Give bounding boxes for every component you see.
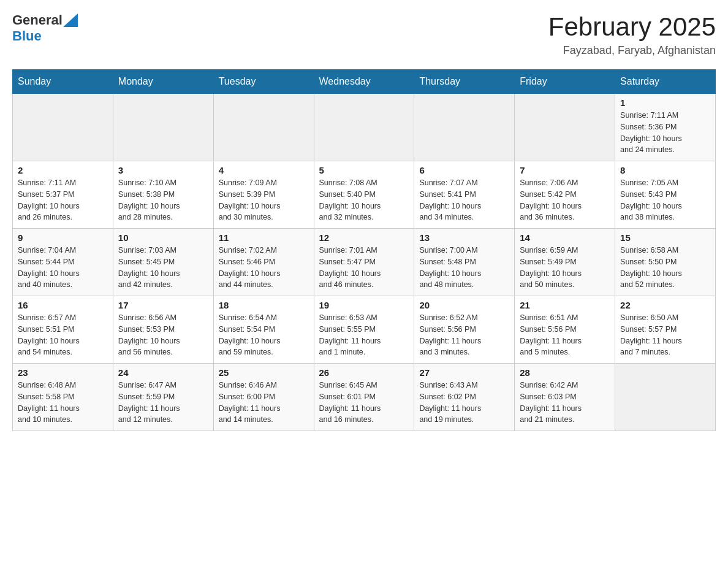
weekday-header-friday: Friday: [515, 70, 615, 94]
calendar-cell: 13Sunrise: 7:00 AMSunset: 5:48 PMDayligh…: [414, 229, 515, 296]
day-info: Sunrise: 6:43 AMSunset: 6:02 PMDaylight:…: [419, 380, 509, 426]
calendar-cell: 7Sunrise: 7:06 AMSunset: 5:42 PMDaylight…: [515, 161, 615, 229]
day-number: 19: [319, 300, 409, 310]
day-info: Sunrise: 7:01 AMSunset: 5:47 PMDaylight:…: [319, 245, 409, 291]
calendar-cell: 24Sunrise: 6:47 AMSunset: 5:59 PMDayligh…: [113, 364, 213, 431]
day-number: 14: [520, 232, 610, 243]
day-number: 2: [18, 165, 108, 175]
day-info: Sunrise: 7:11 AMSunset: 5:37 PMDaylight:…: [18, 177, 108, 223]
calendar-cell: 11Sunrise: 7:02 AMSunset: 5:46 PMDayligh…: [213, 229, 314, 296]
calendar-week-row: 2Sunrise: 7:11 AMSunset: 5:37 PMDaylight…: [13, 161, 716, 229]
day-info: Sunrise: 7:00 AMSunset: 5:48 PMDaylight:…: [419, 245, 509, 291]
day-info: Sunrise: 6:57 AMSunset: 5:51 PMDaylight:…: [18, 312, 108, 358]
calendar-cell: 28Sunrise: 6:42 AMSunset: 6:03 PMDayligh…: [515, 364, 615, 431]
day-number: 27: [419, 367, 509, 378]
day-info: Sunrise: 7:10 AMSunset: 5:38 PMDaylight:…: [118, 177, 208, 223]
day-info: Sunrise: 6:48 AMSunset: 5:58 PMDaylight:…: [18, 380, 108, 426]
day-info: Sunrise: 7:02 AMSunset: 5:46 PMDaylight:…: [219, 245, 309, 291]
day-number: 6: [419, 165, 509, 175]
day-number: 22: [620, 300, 710, 310]
calendar-cell: [13, 94, 113, 161]
calendar-cell: 26Sunrise: 6:45 AMSunset: 6:01 PMDayligh…: [314, 364, 414, 431]
calendar-cell: [113, 94, 213, 161]
calendar-cell: 17Sunrise: 6:56 AMSunset: 5:53 PMDayligh…: [113, 296, 213, 364]
day-number: 10: [118, 232, 208, 243]
day-number: 21: [520, 300, 610, 310]
logo-general-text: General: [12, 12, 63, 28]
day-number: 13: [419, 232, 509, 243]
weekday-header-row: SundayMondayTuesdayWednesdayThursdayFrid…: [13, 70, 716, 94]
calendar-cell: 6Sunrise: 7:07 AMSunset: 5:41 PMDaylight…: [414, 161, 515, 229]
day-number: 5: [319, 165, 409, 175]
day-info: Sunrise: 7:07 AMSunset: 5:41 PMDaylight:…: [419, 177, 509, 223]
calendar-cell: 5Sunrise: 7:08 AMSunset: 5:40 PMDaylight…: [314, 161, 414, 229]
calendar-cell: 16Sunrise: 6:57 AMSunset: 5:51 PMDayligh…: [13, 296, 113, 364]
weekday-header-thursday: Thursday: [414, 70, 515, 94]
day-info: Sunrise: 6:45 AMSunset: 6:01 PMDaylight:…: [319, 380, 409, 426]
calendar-table: SundayMondayTuesdayWednesdayThursdayFrid…: [12, 69, 716, 431]
day-number: 11: [219, 232, 309, 243]
calendar-cell: [515, 94, 615, 161]
day-info: Sunrise: 6:52 AMSunset: 5:56 PMDaylight:…: [419, 312, 509, 358]
calendar-cell: [414, 94, 515, 161]
day-number: 15: [620, 232, 710, 243]
day-number: 24: [118, 367, 208, 378]
day-info: Sunrise: 7:09 AMSunset: 5:39 PMDaylight:…: [219, 177, 309, 223]
calendar-cell: 1Sunrise: 7:11 AMSunset: 5:36 PMDaylight…: [615, 94, 716, 161]
day-info: Sunrise: 6:54 AMSunset: 5:54 PMDaylight:…: [219, 312, 309, 358]
calendar-week-row: 23Sunrise: 6:48 AMSunset: 5:58 PMDayligh…: [13, 364, 716, 431]
calendar-cell: 23Sunrise: 6:48 AMSunset: 5:58 PMDayligh…: [13, 364, 113, 431]
weekday-header-tuesday: Tuesday: [213, 70, 314, 94]
day-number: 7: [520, 165, 610, 175]
calendar-cell: [615, 364, 716, 431]
calendar-week-row: 1Sunrise: 7:11 AMSunset: 5:36 PMDaylight…: [13, 94, 716, 161]
day-number: 18: [219, 300, 309, 310]
calendar-week-row: 9Sunrise: 7:04 AMSunset: 5:44 PMDaylight…: [13, 229, 716, 296]
calendar-cell: 25Sunrise: 6:46 AMSunset: 6:00 PMDayligh…: [213, 364, 314, 431]
calendar-cell: 22Sunrise: 6:50 AMSunset: 5:57 PMDayligh…: [615, 296, 716, 364]
calendar-cell: 10Sunrise: 7:03 AMSunset: 5:45 PMDayligh…: [113, 229, 213, 296]
day-info: Sunrise: 7:04 AMSunset: 5:44 PMDaylight:…: [18, 245, 108, 291]
calendar-cell: 20Sunrise: 6:52 AMSunset: 5:56 PMDayligh…: [414, 296, 515, 364]
day-number: 4: [219, 165, 309, 175]
day-number: 25: [219, 367, 309, 378]
day-number: 1: [620, 98, 710, 108]
calendar-cell: 9Sunrise: 7:04 AMSunset: 5:44 PMDaylight…: [13, 229, 113, 296]
day-info: Sunrise: 6:46 AMSunset: 6:00 PMDaylight:…: [219, 380, 309, 426]
day-number: 17: [118, 300, 208, 310]
day-info: Sunrise: 6:53 AMSunset: 5:55 PMDaylight:…: [319, 312, 409, 358]
day-info: Sunrise: 6:51 AMSunset: 5:56 PMDaylight:…: [520, 312, 610, 358]
calendar-cell: 18Sunrise: 6:54 AMSunset: 5:54 PMDayligh…: [213, 296, 314, 364]
calendar-cell: 14Sunrise: 6:59 AMSunset: 5:49 PMDayligh…: [515, 229, 615, 296]
day-info: Sunrise: 6:47 AMSunset: 5:59 PMDaylight:…: [118, 380, 208, 426]
day-info: Sunrise: 7:11 AMSunset: 5:36 PMDaylight:…: [620, 110, 710, 156]
logo-icon: [63, 13, 78, 27]
day-number: 3: [118, 165, 208, 175]
month-title: February 2025: [548, 12, 716, 42]
calendar-cell: 12Sunrise: 7:01 AMSunset: 5:47 PMDayligh…: [314, 229, 414, 296]
day-number: 20: [419, 300, 509, 310]
day-info: Sunrise: 6:56 AMSunset: 5:53 PMDaylight:…: [118, 312, 208, 358]
day-info: Sunrise: 7:05 AMSunset: 5:43 PMDaylight:…: [620, 177, 710, 223]
day-number: 16: [18, 300, 108, 310]
calendar-week-row: 16Sunrise: 6:57 AMSunset: 5:51 PMDayligh…: [13, 296, 716, 364]
day-info: Sunrise: 6:42 AMSunset: 6:03 PMDaylight:…: [520, 380, 610, 426]
calendar-cell: 27Sunrise: 6:43 AMSunset: 6:02 PMDayligh…: [414, 364, 515, 431]
day-info: Sunrise: 6:50 AMSunset: 5:57 PMDaylight:…: [620, 312, 710, 358]
weekday-header-wednesday: Wednesday: [314, 70, 414, 94]
calendar-cell: 15Sunrise: 6:58 AMSunset: 5:50 PMDayligh…: [615, 229, 716, 296]
location-subtitle: Fayzabad, Faryab, Afghanistan: [548, 44, 716, 57]
calendar-cell: 4Sunrise: 7:09 AMSunset: 5:39 PMDaylight…: [213, 161, 314, 229]
calendar-cell: 19Sunrise: 6:53 AMSunset: 5:55 PMDayligh…: [314, 296, 414, 364]
calendar-cell: [314, 94, 414, 161]
logo: General Blue: [12, 12, 78, 44]
day-number: 28: [520, 367, 610, 378]
day-info: Sunrise: 7:03 AMSunset: 5:45 PMDaylight:…: [118, 245, 208, 291]
day-number: 9: [18, 232, 108, 243]
day-number: 8: [620, 165, 710, 175]
weekday-header-monday: Monday: [113, 70, 213, 94]
calendar-cell: 21Sunrise: 6:51 AMSunset: 5:56 PMDayligh…: [515, 296, 615, 364]
day-info: Sunrise: 6:58 AMSunset: 5:50 PMDaylight:…: [620, 245, 710, 291]
weekday-header-sunday: Sunday: [13, 70, 113, 94]
weekday-header-saturday: Saturday: [615, 70, 716, 94]
